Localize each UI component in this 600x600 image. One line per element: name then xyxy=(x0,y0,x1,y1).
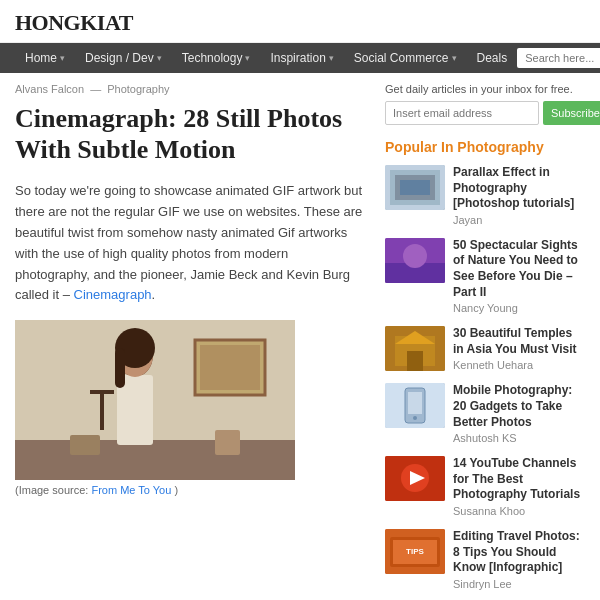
nav-item-deals[interactable]: Deals xyxy=(467,43,518,73)
svg-rect-11 xyxy=(100,390,104,430)
list-item: TIPS Editing Travel Photos: 8 Tips You S… xyxy=(385,529,585,590)
sidebar-item-text-4: Mobile Photography: 20 Gadgets to Take B… xyxy=(453,383,585,444)
sidebar-section-title: Popular In Photography xyxy=(385,139,585,155)
sidebar-item-author-2: Nancy Young xyxy=(453,302,585,314)
nav-item-home[interactable]: Home ▾ xyxy=(15,43,75,73)
breadcrumb-category[interactable]: Photography xyxy=(107,83,169,95)
sidebar-item-text-5: 14 YouTube Channels for The Best Photogr… xyxy=(453,456,585,517)
svg-point-29 xyxy=(413,416,417,420)
image-caption: (Image source: From Me To You ) xyxy=(15,484,365,496)
nav-item-design[interactable]: Design / Dev ▾ xyxy=(75,43,172,73)
nav-item-social[interactable]: Social Commerce ▾ xyxy=(344,43,467,73)
thumb-image-4 xyxy=(385,383,445,428)
breadcrumb-separator: — xyxy=(90,83,101,95)
nav-item-technology[interactable]: Technology ▾ xyxy=(172,43,261,73)
nav-item-inspiration[interactable]: Inspiration ▾ xyxy=(260,43,343,73)
list-item: 30 Beautiful Temples in Asia You Must Vi… xyxy=(385,326,585,371)
sidebar-item-title-3[interactable]: 30 Beautiful Temples in Asia You Must Vi… xyxy=(453,326,585,357)
nav-label-inspiration: Inspiration xyxy=(270,51,325,65)
sidebar-item-title-2[interactable]: 50 Spectacular Sights of Nature You Need… xyxy=(453,238,585,300)
thumb-image-2 xyxy=(385,238,445,283)
sidebar-item-text-2: 50 Spectacular Sights of Nature You Need… xyxy=(453,238,585,314)
svg-rect-12 xyxy=(90,390,114,394)
sidebar-thumb-4 xyxy=(385,383,445,428)
sidebar-item-author-5: Susanna Khoo xyxy=(453,505,585,517)
cinemagraph-link[interactable]: Cinemagraph xyxy=(74,287,152,302)
sidebar-item-title-4[interactable]: Mobile Photography: 20 Gadgets to Take B… xyxy=(453,383,585,430)
sidebar-popular: Popular In Photography Parallax Effect i… xyxy=(385,139,585,590)
sidebar-item-text-1: Parallax Effect in Photography [Photosho… xyxy=(453,165,585,226)
sidebar-subscribe: Get daily articles in your inbox for fre… xyxy=(385,83,585,125)
chevron-down-icon: ▾ xyxy=(452,53,457,63)
svg-rect-18 xyxy=(400,180,430,195)
main-nav: Home ▾ Design / Dev ▾ Technology ▾ Inspi… xyxy=(0,43,600,73)
svg-rect-28 xyxy=(408,392,422,414)
sidebar-item-author-3: Kenneth Uehara xyxy=(453,359,585,371)
sidebar-item-author-6: Sindryn Lee xyxy=(453,578,585,590)
sidebar-item-text-3: 30 Beautiful Temples in Asia You Must Vi… xyxy=(453,326,585,371)
chevron-down-icon: ▾ xyxy=(157,53,162,63)
sidebar-item-author-1: Jayan xyxy=(453,214,585,226)
content-wrap: Alvans Falcon — Photography Cinemagraph:… xyxy=(0,73,600,600)
thumb-image-3 xyxy=(385,326,445,371)
article-body: So today we're going to showcase animate… xyxy=(15,181,365,306)
chevron-down-icon: ▾ xyxy=(245,53,250,63)
sidebar-thumb-2 xyxy=(385,238,445,283)
nav-label-technology: Technology xyxy=(182,51,243,65)
subscribe-button[interactable]: Subscribe! xyxy=(543,101,600,125)
image-source-link[interactable]: From Me To You xyxy=(91,484,171,496)
nav-label-social: Social Commerce xyxy=(354,51,449,65)
list-item: Parallax Effect in Photography [Photosho… xyxy=(385,165,585,226)
sidebar-item-author-4: Ashutosh KS xyxy=(453,432,585,444)
breadcrumb-author[interactable]: Alvans Falcon xyxy=(15,83,84,95)
site-header: HONGKIAT xyxy=(0,0,600,43)
list-item: 14 YouTube Channels for The Best Photogr… xyxy=(385,456,585,517)
sidebar-thumb-5 xyxy=(385,456,445,501)
sidebar-thumb-6: TIPS xyxy=(385,529,445,574)
article-title: Cinemagraph: 28 Still Photos With Subtle… xyxy=(15,103,365,165)
svg-rect-25 xyxy=(407,351,423,371)
sidebar-thumb-1 xyxy=(385,165,445,210)
sidebar-item-title-5[interactable]: 14 YouTube Channels for The Best Photogr… xyxy=(453,456,585,503)
list-item: Mobile Photography: 20 Gadgets to Take B… xyxy=(385,383,585,444)
thumb-image-1 xyxy=(385,165,445,210)
svg-text:TIPS: TIPS xyxy=(406,547,424,556)
svg-rect-4 xyxy=(200,345,260,390)
nav-items: Home ▾ Design / Dev ▾ Technology ▾ Inspi… xyxy=(15,43,517,73)
sidebar-item-text-6: Editing Travel Photos: 8 Tips You Should… xyxy=(453,529,585,590)
article-image xyxy=(15,320,295,480)
svg-rect-14 xyxy=(215,430,240,455)
svg-point-21 xyxy=(403,244,427,268)
site-logo[interactable]: HONGKIAT xyxy=(15,10,585,36)
svg-rect-10 xyxy=(115,348,125,388)
thumb-image-6: TIPS xyxy=(385,529,445,574)
search-input[interactable] xyxy=(517,48,600,68)
article-image-svg xyxy=(15,320,295,480)
sidebar-item-title-1[interactable]: Parallax Effect in Photography [Photosho… xyxy=(453,165,585,212)
sidebar: Get daily articles in your inbox for fre… xyxy=(385,83,585,600)
nav-label-deals: Deals xyxy=(477,51,508,65)
chevron-down-icon: ▾ xyxy=(60,53,65,63)
subscribe-form: Subscribe! xyxy=(385,101,585,125)
email-input[interactable] xyxy=(385,101,539,125)
nav-label-design: Design / Dev xyxy=(85,51,154,65)
nav-search xyxy=(517,48,600,68)
article-image-wrap: (Image source: From Me To You ) xyxy=(15,320,365,496)
nav-label-home: Home xyxy=(25,51,57,65)
subscribe-text: Get daily articles in your inbox for fre… xyxy=(385,83,585,95)
main-content: Alvans Falcon — Photography Cinemagraph:… xyxy=(15,83,365,600)
list-item: 50 Spectacular Sights of Nature You Need… xyxy=(385,238,585,314)
chevron-down-icon: ▾ xyxy=(329,53,334,63)
svg-rect-13 xyxy=(70,435,100,455)
sidebar-thumb-3 xyxy=(385,326,445,371)
sidebar-item-title-6[interactable]: Editing Travel Photos: 8 Tips You Should… xyxy=(453,529,585,576)
breadcrumb: Alvans Falcon — Photography xyxy=(15,83,365,95)
thumb-image-5 xyxy=(385,456,445,501)
svg-rect-5 xyxy=(15,440,295,480)
